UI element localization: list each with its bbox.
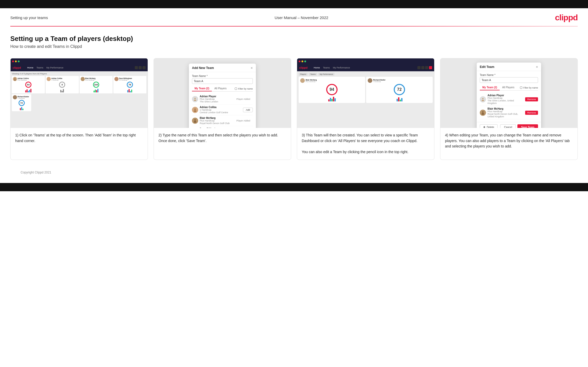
- remove-player-button[interactable]: Remove: [525, 111, 538, 115]
- remove-player-button[interactable]: Remove: [525, 97, 538, 101]
- delete-button[interactable]: 🗑 Delete: [480, 124, 498, 128]
- edit-player-name: Adrian Player: [488, 94, 524, 97]
- edit-tab-all-players[interactable]: All Players: [500, 85, 517, 90]
- card-3-text1: 3) This Team will then be created. You c…: [302, 133, 418, 143]
- svg-point-5: [194, 110, 196, 112]
- card-2-description: 2) Type the name of this Team and then s…: [154, 128, 291, 160]
- team-name-input[interactable]: Team A: [192, 78, 253, 84]
- svg-point-0: [14, 78, 16, 79]
- svg-point-1: [14, 80, 16, 81]
- top-bar: [0, 0, 588, 8]
- page-title: Setting up a Team of players (desktop): [10, 35, 578, 43]
- bottom-bar: [0, 183, 588, 191]
- svg-point-6: [194, 119, 196, 120]
- player-row: Blair McHarg Plus HandicapRoyal North De…: [192, 115, 253, 126]
- edit-dialog-tabs: My Team (2) All Players Filter by name: [480, 85, 538, 91]
- player-name: Adrian Coliba: [200, 106, 241, 109]
- edit-team-dialog: Edit Team × Team Name * Team A My Team (…: [477, 63, 541, 128]
- player-sub: Plus HandicapRoyal North Devon Golf Club: [200, 119, 232, 125]
- filter-label: Filter by name: [238, 88, 253, 90]
- edit-team-name-input[interactable]: Team A: [480, 77, 538, 83]
- tab-my-team[interactable]: My Team (2): [192, 86, 212, 91]
- edit-player-avatar: [480, 110, 486, 116]
- player-info: Adrian Coliba 1 HandicapCentral London G…: [200, 106, 241, 114]
- player-avatar: [192, 107, 198, 113]
- svg-point-2: [194, 98, 196, 99]
- svg-point-4: [194, 108, 196, 110]
- player-added-label: Player Added: [234, 97, 253, 101]
- card-1-description: 1) Click on 'Teams' at the top of the sc…: [11, 128, 148, 160]
- card-2: Add New Team × Team Name * Team A My Tea…: [154, 58, 291, 160]
- player-added-label: Player Added: [234, 119, 253, 123]
- edit-cancel-button[interactable]: Cancel: [500, 124, 516, 128]
- svg-point-12: [482, 111, 483, 112]
- edit-player-sub: Plus HandicapRoyal North Devon Golf Club…: [488, 110, 524, 118]
- cards-row: clippd Home Teams My Performance Viewing…: [10, 58, 578, 160]
- player-info: Adrian Player Plus HandicapThe Shire Lon…: [200, 95, 232, 103]
- edit-save-team-button[interactable]: Save Team: [517, 124, 538, 128]
- header: Setting up your teams User Manual – Nove…: [0, 8, 588, 26]
- edit-player-sub: Plus HandicapThe Shire London, United Ki…: [488, 97, 524, 104]
- card-4: Edit Team × Team Name * Team A My Team (…: [440, 58, 578, 160]
- svg-point-13: [482, 113, 484, 115]
- card-1: clippd Home Teams My Performance Viewing…: [10, 58, 148, 160]
- dialog-title: Add New Team: [192, 66, 214, 70]
- card-1-screenshot: clippd Home Teams My Performance Viewing…: [11, 58, 148, 128]
- player-info: Blair McHarg Plus HandicapRoyal North De…: [200, 117, 232, 125]
- edit-player-row: Adrian Player Plus HandicapThe Shire Lon…: [480, 93, 538, 106]
- copyright-text: Copyright Clippd 2021: [21, 171, 51, 174]
- edit-filter-checkbox[interactable]: [520, 86, 522, 89]
- header-manual-title: User Manual – November 2022: [275, 15, 328, 20]
- dialog-close-icon[interactable]: ×: [251, 66, 253, 70]
- card-3-text2: You can also edit a Team by clicking the…: [302, 150, 408, 154]
- svg-point-11: [482, 100, 484, 101]
- card-3-screenshot: clippd Home Teams My Performance Players…: [297, 58, 434, 128]
- edit-filter-label: Filter by name: [523, 86, 538, 89]
- svg-point-7: [194, 121, 196, 123]
- delete-label: Delete: [487, 126, 494, 128]
- edit-team-name-label: Team Name *: [480, 74, 538, 76]
- main-content: Setting up a Team of players (desktop) H…: [0, 27, 588, 183]
- footer: Copyright Clippd 2021: [10, 168, 578, 177]
- player-list: Adrian Player Plus HandicapThe Shire Lon…: [192, 94, 253, 128]
- player-sub: Plus HandicapThe Shire London: [200, 98, 232, 103]
- edit-player-info: Blair McHarg Plus HandicapRoyal North De…: [488, 107, 524, 118]
- filter-by-name-checkbox[interactable]: [235, 88, 237, 90]
- edit-dialog-close-icon[interactable]: ×: [536, 65, 538, 69]
- edit-tab-my-team[interactable]: My Team (2): [480, 85, 500, 90]
- clippd-logo: clippd: [555, 13, 578, 22]
- player-info: Dave Billingham 3.5 HandicapThe Dog Mayi…: [200, 127, 241, 128]
- svg-point-3: [194, 100, 196, 101]
- player-avatar: [192, 96, 198, 102]
- tab-all-players[interactable]: All Players: [212, 86, 229, 91]
- edit-player-row: Blair McHarg Plus HandicapRoyal North De…: [480, 106, 538, 119]
- page-subtitle: How to create and edit Teams in Clippd: [10, 44, 578, 49]
- card-3: clippd Home Teams My Performance Players…: [297, 58, 434, 160]
- team-name-label: Team Name *: [192, 75, 253, 77]
- player-avatar: [192, 118, 198, 124]
- card-3-description: 3) This Team will then be created. You c…: [297, 128, 434, 160]
- dialog-tabs: My Team (2) All Players Filter by name: [192, 86, 253, 92]
- edit-dialog-title: Edit Team: [480, 65, 494, 69]
- player-name: Dave Billingham: [200, 127, 241, 128]
- player-name: Blair McHarg: [200, 117, 232, 119]
- add-team-dialog: Add New Team × Team Name * Team A My Tea…: [189, 64, 256, 128]
- player-row: Adrian Coliba 1 HandicapCentral London G…: [192, 104, 253, 115]
- edit-player-avatar: [480, 96, 486, 102]
- edit-player-info: Adrian Player Plus HandicapThe Shire Lon…: [488, 94, 524, 104]
- header-section-label: Setting up your teams: [10, 15, 48, 20]
- svg-point-10: [482, 98, 483, 99]
- player-name: Adrian Player: [200, 95, 232, 98]
- add-player-button[interactable]: Add: [243, 108, 253, 112]
- card-4-screenshot: Edit Team × Team Name * Team A My Team (…: [440, 58, 577, 128]
- player-sub: 1 HandicapCentral London Golf Centre: [200, 109, 241, 114]
- card-4-description: 4) When editing your Team, you can chang…: [440, 128, 577, 160]
- player-row: Dave Billingham 3.5 HandicapThe Dog Mayi…: [192, 126, 253, 128]
- edit-player-list: Adrian Player Plus HandicapThe Shire Lon…: [480, 93, 538, 119]
- edit-player-name: Blair McHarg: [488, 107, 524, 110]
- card-2-screenshot: Add New Team × Team Name * Team A My Tea…: [154, 58, 291, 128]
- player-row: Adrian Player Plus HandicapThe Shire Lon…: [192, 94, 253, 104]
